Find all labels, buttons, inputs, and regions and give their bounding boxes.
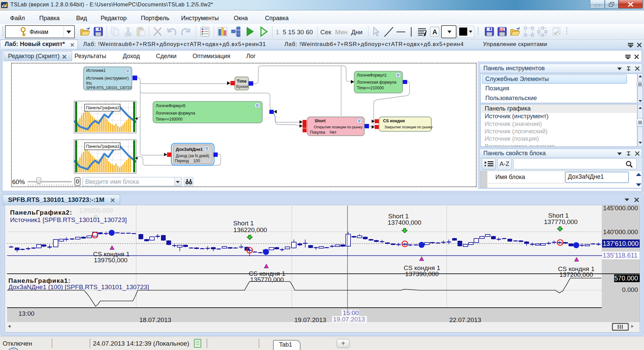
svg-text:ДохЗаNДне1 (100) [SPFB.RTS_130: ДохЗаNДне1 (100) [SPFB.RTS_130101_130723… bbox=[8, 283, 149, 291]
svg-text:139750,000: 139750,000 bbox=[94, 257, 127, 264]
svg-text:15:00: 15:00 bbox=[343, 309, 359, 316]
svg-text:Источник1 [SPFB.RTS_130101_130: Источник1 [SPFB.RTS_130101_130723] bbox=[10, 216, 127, 224]
svg-text:19.07.2013: 19.07.2013 bbox=[333, 316, 365, 323]
svg-text:13:00: 13:00 bbox=[18, 310, 35, 317]
svg-text:Short 1: Short 1 bbox=[548, 212, 569, 219]
svg-text:137400,000: 137400,000 bbox=[388, 219, 421, 226]
svg-text:135'118.611: 135'118.611 bbox=[603, 252, 638, 259]
svg-text:137390,000: 137390,000 bbox=[405, 270, 439, 277]
svg-text:18.07.2013: 18.07.2013 bbox=[139, 316, 171, 323]
svg-text:137'610.000: 137'610.000 bbox=[603, 240, 639, 247]
svg-text:Short 1: Short 1 bbox=[388, 213, 409, 220]
svg-text:ПанельГрафика2:: ПанельГрафика2: bbox=[10, 209, 72, 216]
svg-text:140'000.000: 140'000.000 bbox=[603, 228, 638, 235]
svg-text:137200,000: 137200,000 bbox=[559, 271, 593, 278]
svg-text:570.000: 570.000 bbox=[614, 274, 638, 282]
svg-text:145'000.000: 145'000.000 bbox=[603, 205, 638, 212]
svg-text:22.07.2013: 22.07.2013 bbox=[449, 316, 481, 323]
svg-text:19.07.2013: 19.07.2013 bbox=[294, 316, 326, 323]
svg-text:ПанельГрафика1:: ПанельГрафика1: bbox=[8, 277, 71, 284]
svg-text:135770,000: 135770,000 bbox=[250, 276, 284, 283]
svg-text:0.000: 0.000 bbox=[622, 286, 638, 293]
svg-text:139200,000: 139200,000 bbox=[79, 207, 113, 214]
svg-text:136220,000: 136220,000 bbox=[233, 226, 267, 233]
svg-text:137770,000: 137770,000 bbox=[544, 218, 578, 225]
svg-text:Short 1: Short 1 bbox=[233, 220, 254, 227]
